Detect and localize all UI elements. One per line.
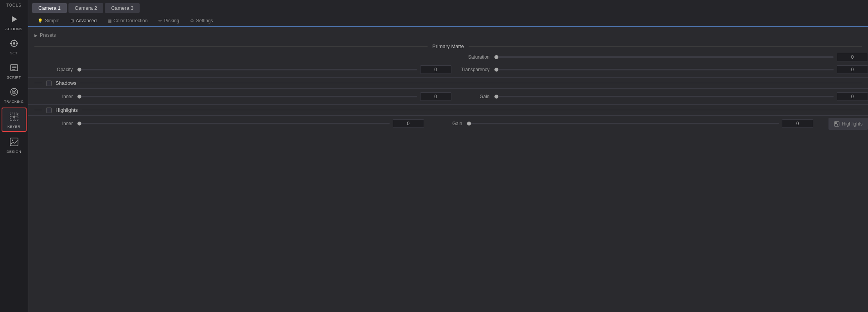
svg-rect-17 (13, 116, 15, 118)
sidebar-item-actions[interactable]: ACTIONS (2, 11, 27, 33)
highlights-label: Highlights (56, 107, 78, 113)
highlights-line-left (34, 110, 42, 110)
camera-tab-1[interactable]: Camera 1 (32, 3, 67, 13)
divider-line-right (469, 46, 862, 47)
color-correction-icon: ▦ (108, 18, 111, 23)
svg-line-22 (10, 142, 14, 144)
highlights-checkbox[interactable] (46, 108, 52, 113)
tab-advanced[interactable]: ⊞ Advanced (65, 15, 102, 27)
saturation-value[interactable]: 0 (837, 53, 868, 61)
chevron-right-icon: ▶ (34, 33, 38, 38)
shadows-line-right (80, 83, 862, 83)
settings-icon: ⚙ (190, 18, 194, 23)
svg-point-2 (13, 42, 15, 45)
saturation-label: Saturation (451, 54, 494, 60)
shadows-params-row: Inner 0 Gain 0 (28, 90, 868, 103)
tab-settings[interactable]: ⚙ Settings (185, 15, 218, 27)
highlights-gain-slider[interactable] (467, 123, 779, 124)
transparency-value[interactable]: 0 (837, 65, 868, 74)
sidebar-item-label: SET (10, 51, 18, 55)
sidebar-item-label: TRACKING (4, 100, 24, 104)
sidebar: Tools ACTIONS SET (0, 0, 28, 312)
main-content: Camera 1 Camera 2 Camera 3 💡 Simple ⊞ Ad… (28, 0, 868, 312)
svg-point-13 (13, 91, 15, 93)
highlights-inner-value[interactable]: 0 (393, 119, 424, 128)
tab-simple[interactable]: 💡 Simple (32, 15, 65, 27)
highlights-header: Highlights (28, 104, 868, 116)
sidebar-item-tracking[interactable]: TRACKING (2, 83, 27, 106)
tab-color-correction[interactable]: ▦ Color Correction (102, 15, 153, 27)
shadows-label: Shadows (56, 80, 76, 86)
sub-tabs: 💡 Simple ⊞ Advanced ▦ Color Correction ✏… (28, 15, 868, 27)
sidebar-item-label: SCRIPT (7, 75, 21, 79)
svg-text:+: + (16, 113, 18, 116)
svg-marker-0 (12, 16, 17, 22)
sidebar-item-label: ACTIONS (5, 27, 23, 31)
shadows-gain-label: Gain (451, 94, 494, 99)
tab-settings-label: Settings (196, 18, 213, 23)
transparency-col: Transparency 0 (451, 65, 868, 74)
camera-tab-2[interactable]: Camera 2 (68, 3, 103, 13)
advanced-icon: ⊞ (70, 18, 74, 23)
highlights-gain-value[interactable]: 0 (782, 119, 813, 128)
transparency-label: Transparency (451, 67, 494, 72)
sidebar-item-design[interactable]: DESIGN (2, 133, 27, 156)
set-icon (8, 37, 20, 50)
sidebar-item-label: DESIGN (7, 150, 22, 154)
tab-color-correction-label: Color Correction (113, 18, 147, 23)
shadows-checkbox[interactable] (46, 81, 52, 86)
highlights-inner-col: Inner 0 (28, 119, 424, 128)
primary-matte-divider: Primary Matte (28, 40, 868, 51)
sidebar-item-label: KEYER (7, 125, 20, 129)
highlights-inner-slider[interactable] (77, 123, 390, 124)
saturation-slider[interactable] (494, 56, 834, 58)
keyer-icon: + (8, 111, 20, 123)
shadows-gain-value[interactable]: 0 (837, 92, 868, 101)
shadows-header: Shadows (28, 77, 868, 89)
transparency-slider[interactable] (494, 69, 834, 70)
simple-icon: 💡 (38, 18, 43, 23)
tab-picking[interactable]: ✏ Picking (153, 15, 185, 27)
shadows-inner-col: Inner 0 (28, 92, 451, 101)
opacity-transparency-row: Opacity 0 Transparency 0 (28, 63, 868, 76)
shadows-line-left (34, 83, 42, 83)
shadows-inner-value[interactable]: 0 (420, 92, 451, 101)
svg-line-21 (14, 140, 18, 143)
highlights-button[interactable]: Highlights (828, 118, 868, 130)
highlights-gain-col: Gain 0 (424, 119, 868, 128)
saturation-row: Saturation 0 (28, 51, 868, 63)
opacity-label: Opacity (34, 67, 77, 72)
highlights-btn-icon (834, 121, 839, 127)
shadows-inner-label: Inner (34, 94, 77, 99)
opacity-col: Opacity 0 (28, 65, 451, 74)
shadows-inner-slider[interactable] (77, 96, 417, 97)
design-icon (8, 136, 20, 148)
divider-line-left (34, 46, 428, 47)
sidebar-item-set[interactable]: SET (2, 35, 27, 57)
presets-label: Presets (40, 32, 56, 38)
highlights-inner-label: Inner (34, 121, 77, 126)
content-area: ▶ Presets Primary Matte Saturation 0 (28, 27, 868, 312)
highlights-btn-label: Highlights (842, 121, 863, 127)
tracking-icon (8, 86, 20, 98)
shadows-gain-slider[interactable] (494, 96, 834, 97)
svg-rect-25 (837, 124, 838, 126)
picking-icon: ✏ (158, 18, 162, 23)
tab-picking-label: Picking (164, 18, 179, 23)
camera-tabs: Camera 1 Camera 2 Camera 3 (28, 0, 868, 15)
opacity-value[interactable]: 0 (420, 65, 451, 74)
sidebar-item-keyer[interactable]: + KEYER (2, 108, 27, 132)
highlights-gain-label: Gain (424, 121, 467, 126)
highlights-line-right (82, 110, 862, 110)
saturation-right: Saturation 0 (451, 53, 868, 61)
opacity-slider[interactable] (77, 69, 417, 70)
tab-simple-label: Simple (45, 18, 59, 23)
tools-label: Tools (0, 3, 28, 7)
highlights-params-row: Inner 0 Gain 0 (28, 117, 868, 130)
presets-row[interactable]: ▶ Presets (28, 30, 868, 40)
camera-tab-3[interactable]: Camera 3 (105, 3, 140, 13)
sidebar-item-script[interactable]: SCRIPT (2, 59, 27, 82)
actions-icon (8, 13, 20, 25)
svg-rect-24 (835, 122, 837, 124)
shadows-gain-col: Gain 0 (451, 92, 868, 101)
